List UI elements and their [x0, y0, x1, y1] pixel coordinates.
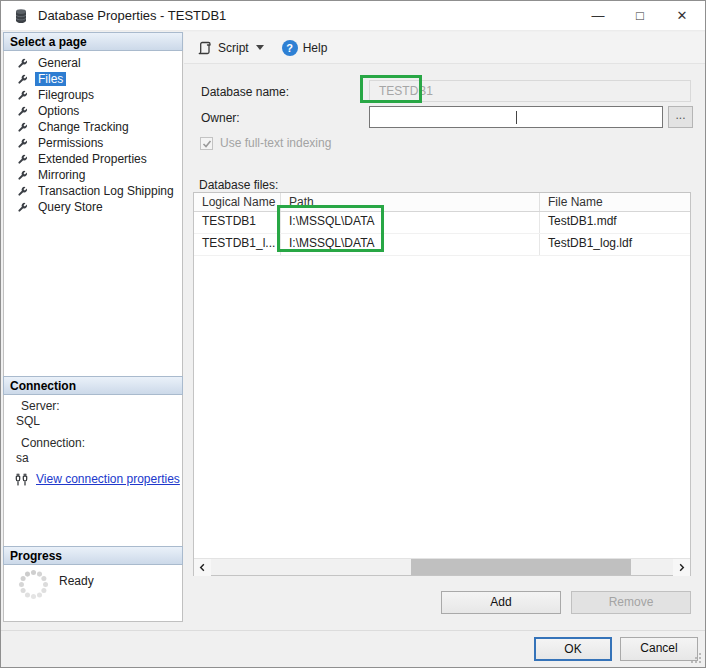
connection-properties-icon — [14, 471, 30, 487]
remove-button: Remove — [571, 591, 691, 614]
cell-logical-name: TESTDB1_l... — [194, 234, 281, 255]
view-connection-properties-link[interactable]: View connection properties — [36, 472, 180, 486]
sidebar-item-extended-properties[interactable]: Extended Properties — [4, 151, 182, 167]
progress-spinner-icon — [16, 567, 51, 602]
chevron-right-icon — [677, 563, 686, 572]
sidebar-item-change-tracking[interactable]: Change Tracking — [4, 119, 182, 135]
cell-path: I:\MSSQL\DATA — [281, 234, 540, 255]
sidebar-item-general[interactable]: General — [4, 55, 182, 71]
wrench-icon — [17, 138, 28, 149]
wrench-icon — [17, 154, 28, 165]
fulltext-checkbox — [200, 137, 213, 150]
ok-button[interactable]: OK — [534, 637, 612, 661]
server-label: Server: — [21, 399, 60, 413]
minimize-button[interactable]: — — [577, 1, 619, 31]
connection-value: sa — [16, 451, 29, 465]
checkmark-icon — [202, 139, 212, 149]
scroll-right-button[interactable] — [673, 559, 690, 576]
wrench-icon — [17, 122, 28, 133]
column-header-logical-name[interactable]: Logical Name — [194, 193, 281, 211]
sidebar-item-files[interactable]: Files — [4, 71, 182, 87]
owner-browse-button[interactable]: ... — [668, 106, 693, 128]
wrench-icon — [17, 90, 28, 101]
wrench-icon — [17, 186, 28, 197]
view-connection-properties-row: View connection properties — [14, 471, 180, 487]
page-tree: General Files Filegroups Options Change … — [4, 55, 182, 215]
chevron-down-icon[interactable] — [256, 45, 264, 50]
script-button[interactable]: Script — [192, 36, 269, 60]
sidebar-item-filegroups[interactable]: Filegroups — [4, 87, 182, 103]
help-label: Help — [303, 41, 328, 55]
resize-grip[interactable] — [690, 652, 702, 664]
progress-header: Progress — [3, 546, 183, 565]
cell-path: I:\MSSQL\DATA — [281, 212, 540, 233]
server-value: SQL — [16, 414, 40, 428]
fulltext-indexing-row: Use full-text indexing — [200, 136, 331, 150]
script-label: Script — [218, 41, 249, 55]
sidebar-item-query-store[interactable]: Query Store — [4, 199, 182, 215]
scroll-left-button[interactable] — [194, 559, 211, 576]
help-icon: ? — [282, 40, 298, 56]
sidebar-item-options[interactable]: Options — [4, 103, 182, 119]
cell-logical-name: TESTDB1 — [194, 212, 281, 233]
sidebar-item-permissions[interactable]: Permissions — [4, 135, 182, 151]
connection-header: Connection — [3, 376, 183, 395]
wrench-icon — [17, 106, 28, 117]
wrench-icon — [17, 74, 28, 85]
cell-file-name: TestDB1_log.ldf — [540, 234, 690, 255]
toolbar: Script ? Help — [184, 32, 706, 64]
database-name-label: Database name: — [201, 85, 289, 99]
database-files-table: Logical Name Path File Name TESTDB1 I:\M… — [193, 192, 691, 576]
help-button[interactable]: ? Help — [277, 36, 333, 60]
table-header-row: Logical Name Path File Name — [194, 193, 690, 212]
wrench-icon — [17, 170, 28, 181]
database-icon — [13, 8, 29, 24]
table-row[interactable]: TESTDB1 I:\MSSQL\DATA TestDB1.mdf — [194, 212, 690, 234]
chevron-left-icon — [198, 563, 207, 572]
maximize-button[interactable]: □ — [619, 1, 661, 31]
connection-label: Connection: — [21, 436, 85, 450]
database-files-label: Database files: — [199, 178, 278, 192]
scrollbar-thumb[interactable] — [411, 559, 631, 575]
sidebar-item-transaction-log-shipping[interactable]: Transaction Log Shipping — [4, 183, 182, 199]
sidebar: Select a page General Files Filegroups O… — [3, 32, 183, 622]
script-icon — [197, 40, 213, 56]
add-button[interactable]: Add — [441, 591, 561, 614]
sidebar-item-mirroring[interactable]: Mirroring — [4, 167, 182, 183]
select-a-page-header: Select a page — [3, 32, 183, 51]
close-button[interactable]: ✕ — [661, 1, 703, 31]
horizontal-scrollbar[interactable] — [194, 558, 690, 575]
table-row[interactable]: TESTDB1_l... I:\MSSQL\DATA TestDB1_log.l… — [194, 234, 690, 256]
cell-file-name: TestDB1.mdf — [540, 212, 690, 233]
window-title: Database Properties - TESTDB1 — [38, 1, 226, 31]
wrench-icon — [17, 58, 28, 69]
cancel-button[interactable]: Cancel — [620, 637, 698, 661]
column-header-path[interactable]: Path — [281, 193, 540, 211]
footer-divider — [1, 630, 706, 631]
database-name-field: TESTDB1 — [369, 80, 691, 102]
owner-field[interactable] — [369, 106, 663, 128]
fulltext-label: Use full-text indexing — [220, 136, 331, 150]
owner-label: Owner: — [201, 111, 240, 125]
progress-status: Ready — [59, 574, 94, 588]
title-bar[interactable]: Database Properties - TESTDB1 — □ ✕ — [1, 1, 705, 31]
wrench-icon — [17, 202, 28, 213]
text-cursor — [516, 111, 517, 124]
database-properties-dialog: Database Properties - TESTDB1 — □ ✕ Sele… — [0, 0, 706, 668]
column-header-file-name[interactable]: File Name — [540, 193, 690, 211]
